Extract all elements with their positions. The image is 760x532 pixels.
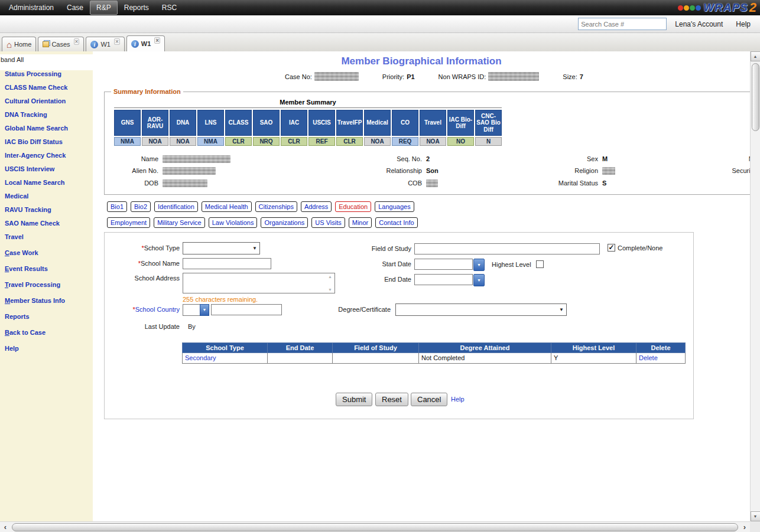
sidebar-item-cultural-orientation[interactable]: Cultural Orientation xyxy=(0,97,93,105)
sidebar-item-inter-agency-check[interactable]: Inter-Agency Check xyxy=(0,152,93,159)
summary-col-medical: Medical xyxy=(364,110,391,136)
complete-none-checkbox[interactable]: ✓ xyxy=(608,244,615,252)
sidebar-item-reports[interactable]: Reports xyxy=(0,313,93,320)
biotab-minor[interactable]: Minor xyxy=(349,217,372,228)
scroll-left-button[interactable]: ‹ xyxy=(0,523,11,531)
school-country-dropdown-button[interactable]: ▼ xyxy=(200,304,209,316)
close-icon[interactable]: × xyxy=(74,38,80,45)
alien-no-label: Alien No. xyxy=(109,167,163,174)
start-date-input[interactable] xyxy=(414,259,473,270)
scroll-up-button[interactable]: ▲ xyxy=(751,51,760,61)
end-date-label: End Date xyxy=(352,276,411,283)
textarea-scroll-steppers[interactable]: ▲ ▼ xyxy=(327,275,333,292)
biotab-organizations[interactable]: Organizations xyxy=(261,217,308,228)
menu-reports[interactable]: Reports xyxy=(118,1,155,15)
biotab-us-visits[interactable]: US Visits xyxy=(311,217,345,228)
sex-value: M xyxy=(602,155,670,162)
horizontal-scrollbar[interactable]: ‹ › xyxy=(0,521,750,532)
search-case-input[interactable] xyxy=(578,18,667,30)
cancel-button[interactable]: Cancel xyxy=(411,393,447,406)
scroll-right-button[interactable]: › xyxy=(739,523,750,531)
start-date-calendar-button[interactable]: ▼ xyxy=(473,259,485,271)
summary-col-class: CLASS xyxy=(225,110,252,136)
biotab-languages[interactable]: Languages xyxy=(375,201,414,212)
biotab-contact-info[interactable]: Contact Info xyxy=(375,217,417,228)
summary-col-gns: GNS xyxy=(114,110,141,136)
status-badge-travelfp: CLR xyxy=(336,137,363,146)
end-date-calendar-button[interactable]: ▼ xyxy=(473,274,485,286)
vertical-scroll-thumb[interactable] xyxy=(752,63,759,131)
biotab-education[interactable]: Education xyxy=(335,201,371,212)
record-delete-link[interactable]: Delete xyxy=(639,354,658,361)
menu-case[interactable]: Case xyxy=(60,1,90,15)
complete-none-label: Complete/None xyxy=(618,244,671,252)
field-of-study-input[interactable] xyxy=(414,243,600,254)
dropdown-arrow-icon: ▼ xyxy=(477,263,481,267)
status-badge-dna: NOA xyxy=(170,137,196,146)
sidebar-item-travel-processing[interactable]: Travel Processing xyxy=(0,281,93,288)
biotab-bio2[interactable]: Bio2 xyxy=(131,201,151,212)
field-of-study-label: Field of Study xyxy=(352,245,411,252)
sidebar-item-case-work[interactable]: Case Work xyxy=(0,249,93,256)
topbar-help-link[interactable]: Help xyxy=(736,20,751,28)
scrollbar-corner xyxy=(750,521,760,532)
biotab-military-service[interactable]: Military Service xyxy=(154,217,205,228)
biotab-medical-health[interactable]: Medical Health xyxy=(202,201,252,212)
sidebar-item-status-processing[interactable]: Status Processing xyxy=(0,70,93,77)
menu-administration[interactable]: Administration xyxy=(2,1,60,15)
school-country-combo[interactable]: ▼ xyxy=(183,304,209,316)
submit-button[interactable]: Submit xyxy=(336,393,372,406)
sidebar-item-class-name-check[interactable]: CLASS Name Check xyxy=(0,84,93,91)
summary-information-fieldset: Summary Information Member Summary GNS A… xyxy=(104,88,750,195)
horizontal-scroll-thumb[interactable] xyxy=(12,523,738,531)
school-name-input[interactable] xyxy=(183,258,271,269)
sidebar-item-travel[interactable]: Travel xyxy=(0,233,93,240)
tab-w1-active[interactable]: i W1 × xyxy=(126,35,165,51)
menu-rp[interactable]: R&P xyxy=(90,1,118,15)
tab-cases[interactable]: Cases × xyxy=(38,37,84,51)
scroll-down-button[interactable]: ▼ xyxy=(751,511,760,521)
reset-button[interactable]: Reset xyxy=(375,393,408,406)
school-country-code-box[interactable] xyxy=(183,304,200,316)
sidebar-item-global-name-search[interactable]: Global Name Search xyxy=(0,125,93,132)
sidebar-item-uscis-interview[interactable]: USCIS Interview xyxy=(0,165,93,172)
highest-level-label: Highest Level xyxy=(492,261,534,268)
biotab-bio1[interactable]: Bio1 xyxy=(107,201,127,212)
biotab-address[interactable]: Address xyxy=(301,201,332,212)
sidebar-item-local-name-search[interactable]: Local Name Search xyxy=(0,179,93,186)
expand-all-link[interactable]: band All xyxy=(0,54,93,70)
biotab-law-violations[interactable]: Law Violations xyxy=(209,217,258,228)
account-link[interactable]: Lena's Account xyxy=(675,20,723,28)
form-help-link[interactable]: Help xyxy=(451,396,465,403)
school-country-input[interactable] xyxy=(211,304,282,315)
biotab-identification[interactable]: Identification xyxy=(154,201,198,212)
end-date-input[interactable] xyxy=(414,274,473,285)
sidebar-item-iac-bio-diff-status[interactable]: IAC Bio Diff Status xyxy=(0,138,93,145)
biotab-employment[interactable]: Employment xyxy=(107,217,150,228)
close-icon[interactable]: × xyxy=(114,38,120,45)
sidebar-item-dna-tracking[interactable]: DNA Tracking xyxy=(0,111,93,118)
degree-certificate-select[interactable]: ▼ xyxy=(395,303,567,316)
sidebar-item-member-status-info[interactable]: Member Status Info xyxy=(0,297,93,304)
biotab-citizenships[interactable]: Citizenships xyxy=(255,201,297,212)
sidebar-item-ravu-tracking[interactable]: RAVU Tracking xyxy=(0,206,93,213)
school-type-select[interactable]: ▼ xyxy=(183,242,260,254)
status-badge-iac: CLR xyxy=(281,137,307,146)
sidebar-item-event-results[interactable]: Event Results xyxy=(0,265,93,272)
close-icon[interactable]: × xyxy=(154,37,160,44)
sidebar-item-medical[interactable]: Medical xyxy=(0,192,93,200)
tab-home[interactable]: ⌂ Home xyxy=(2,37,36,51)
chevron-down-icon: ▼ xyxy=(559,307,564,312)
menu-rsc[interactable]: RSC xyxy=(155,1,183,15)
tab-w1-first[interactable]: i W1 × xyxy=(86,37,124,51)
highest-level-checkbox[interactable]: ✓ xyxy=(536,260,544,268)
summary-col-iac-bio-diff: IAC Bio-Diff xyxy=(447,110,474,136)
sidebar-item-help[interactable]: Help xyxy=(0,345,93,352)
vertical-scrollbar[interactable]: ▲ ▼ xyxy=(750,51,760,521)
main-area: band All Status Processing CLASS Name Ch… xyxy=(0,51,760,521)
school-address-textarea[interactable]: ▲ ▼ xyxy=(183,273,335,293)
sidebar-item-back-to-case[interactable]: Back to Case xyxy=(0,329,93,336)
relationship-label: Relationship xyxy=(321,167,426,174)
sidebar-item-sao-name-check[interactable]: SAO Name Check xyxy=(0,220,93,227)
record-school-type-link[interactable]: Secondary xyxy=(185,354,216,361)
